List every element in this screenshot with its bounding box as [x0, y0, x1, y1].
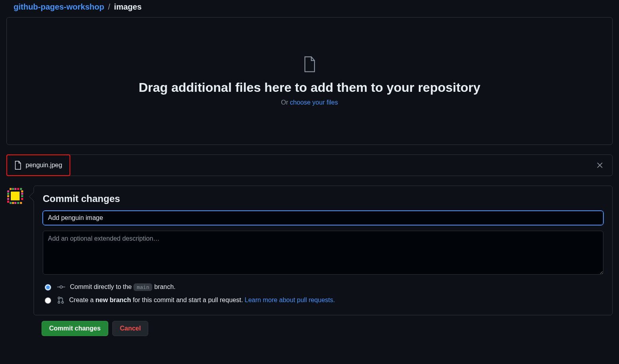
svg-point-23: [58, 301, 60, 303]
breadcrumb: github-pages-workshop / images: [6, 0, 613, 17]
svg-rect-19: [17, 202, 19, 204]
learn-more-link[interactable]: Learn more about pull requests.: [245, 297, 335, 303]
commit-direct-label: Commit directly to the main branch.: [70, 283, 175, 291]
commit-new-branch-radio[interactable]: [45, 297, 51, 304]
svg-rect-1: [11, 192, 20, 200]
svg-rect-6: [17, 188, 19, 190]
choose-files-link[interactable]: choose your files: [290, 99, 338, 106]
svg-point-21: [60, 286, 62, 288]
file-icon: [303, 56, 316, 72]
user-avatar: [6, 187, 24, 205]
commit-direct-option[interactable]: Commit directly to the main branch.: [43, 283, 603, 291]
svg-rect-4: [12, 188, 14, 190]
svg-rect-11: [7, 195, 9, 197]
svg-rect-2: [7, 190, 9, 192]
commit-changes-button[interactable]: Commit changes: [42, 321, 108, 336]
commit-target-radiogroup: Commit directly to the main branch. Crea…: [43, 283, 603, 304]
git-pull-request-icon: [57, 297, 64, 304]
svg-rect-17: [12, 202, 14, 204]
svg-rect-7: [20, 188, 22, 190]
remove-file-button[interactable]: [593, 158, 607, 172]
svg-rect-8: [21, 190, 23, 192]
file-dropzone[interactable]: Drag additional files here to add them t…: [6, 17, 613, 145]
svg-rect-20: [20, 202, 22, 204]
cancel-button[interactable]: Cancel: [112, 321, 148, 336]
svg-rect-13: [7, 198, 9, 200]
breadcrumb-separator: /: [106, 2, 112, 11]
commit-direct-radio[interactable]: [45, 284, 51, 291]
svg-rect-16: [10, 202, 12, 204]
file-icon: [14, 161, 22, 170]
svg-rect-9: [7, 193, 9, 195]
commit-summary-input[interactable]: [43, 211, 603, 225]
git-commit-icon: [57, 284, 65, 290]
commit-new-branch-label: Create a new branch for this commit and …: [69, 297, 335, 304]
dropzone-heading: Drag additional files here to add them t…: [139, 80, 480, 95]
uploaded-file-name: penguin.jpeg: [26, 162, 62, 169]
commit-panel: Commit changes Commit directly to the ma…: [34, 186, 613, 315]
svg-rect-3: [10, 188, 12, 190]
svg-point-24: [62, 301, 64, 303]
svg-rect-18: [14, 202, 16, 204]
close-icon: [596, 162, 603, 169]
uploaded-file-pill: penguin.jpeg: [6, 154, 70, 176]
svg-point-22: [58, 297, 60, 299]
svg-rect-12: [21, 195, 23, 197]
uploaded-file-row: penguin.jpeg: [6, 154, 613, 176]
svg-rect-5: [14, 188, 16, 190]
commit-description-textarea[interactable]: [43, 231, 603, 275]
commit-new-branch-option[interactable]: Create a new branch for this commit and …: [43, 296, 603, 304]
commit-heading: Commit changes: [43, 193, 603, 204]
breadcrumb-current: images: [114, 2, 141, 11]
branch-chip: main: [133, 283, 152, 291]
svg-rect-10: [21, 193, 23, 195]
svg-rect-15: [7, 201, 9, 203]
breadcrumb-repo-link[interactable]: github-pages-workshop: [14, 2, 104, 11]
commit-actions: Commit changes Cancel: [6, 321, 613, 336]
svg-rect-14: [21, 198, 23, 200]
dropzone-subtext: Or choose your files: [281, 99, 338, 106]
